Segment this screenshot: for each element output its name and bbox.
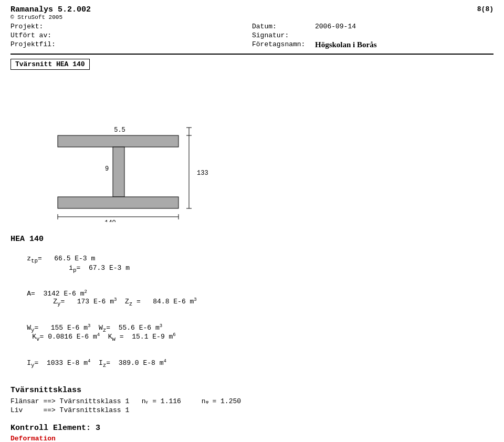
A-row: A= 3142 E-6 m2 Zy= 173 E-6 m3 Zz = 84.8 …	[10, 282, 494, 315]
svg-rect-1	[58, 135, 178, 147]
utfort-value	[74, 31, 252, 39]
Wy-row: Wy= 155 E-6 m3 Wz= 55.6 E-6 m3 Kv= 0.081…	[10, 316, 494, 350]
projekt-value	[74, 23, 252, 30]
svg-rect-2	[113, 147, 124, 197]
beam-diagram: 5.5 133 9 140	[26, 75, 226, 224]
flansar-row: Flänsar ==> Tvärsnittsklass 1 nᵧ = 1.116…	[10, 397, 494, 405]
projekt-label: Projekt:	[10, 23, 74, 30]
section-title: Tvärsnitt HEA 140	[10, 59, 90, 70]
deformation-label: Deformation	[10, 435, 494, 442]
svg-text:5.5: 5.5	[114, 127, 125, 134]
Kv-label: Kv= 0.0816 E-6 m4 Kw = 15.1 E-9 m6	[32, 333, 175, 341]
signatur-label: Signatur:	[252, 31, 315, 39]
foretagsnamn-value: Högskolan i Borås	[315, 40, 494, 49]
projektfil-value	[74, 40, 252, 49]
beam-type-label: HEA 140	[10, 235, 494, 244]
page-number: 8(8)	[477, 5, 494, 13]
svg-rect-3	[58, 197, 178, 208]
ztp-row: ztp= 66.5 E-3 m ip= 67.3 E-3 m	[10, 247, 494, 281]
utfort-label: Utfört av:	[10, 31, 74, 39]
tvarsnittsklass-heading: Tvärsnittsklass	[10, 386, 494, 395]
A-label: A= 3142 E-6 m2	[27, 290, 87, 298]
hea-section: HEA 140 ztp= 66.5 E-3 m ip= 67.3 E-3 m A…	[10, 235, 494, 376]
ztp-label: ztp= 66.5 E-3 m	[27, 255, 95, 262]
datum-value: 2006-09-14	[315, 23, 494, 30]
ip-label: ip= 67.3 E-3 m	[69, 264, 130, 272]
datum-label: Datum:	[252, 23, 315, 30]
cross-section-area: 5.5 133 9 140	[10, 75, 494, 224]
svg-text:133: 133	[197, 170, 208, 177]
kontroll-heading: Kontroll Element: 3	[10, 424, 494, 433]
svg-text:140: 140	[104, 219, 116, 222]
Wy-label: Wy= 155 E-6 m3 Wz= 55.6 E-6 m3	[27, 324, 162, 332]
liv-row: Liv ==> Tvärsnittsklass 1	[10, 406, 494, 414]
header-divider	[10, 54, 494, 55]
app-subtitle: © StruSoft 2005	[10, 14, 91, 20]
beam-svg: 5.5 133 9 140	[26, 75, 226, 222]
Iy-label: Iy= 1033 E-8 m4 Iz= 389.0 E-8 m4	[27, 359, 166, 367]
svg-text:9: 9	[105, 165, 109, 173]
projektfil-label: Projektfil:	[10, 40, 74, 49]
app-title: Ramanalys 5.2.002	[10, 5, 91, 14]
Iy-row: Iy= 1033 E-8 m4 Iz= 389.0 E-8 m4	[10, 351, 494, 376]
signatur-value	[315, 31, 494, 39]
Zy-label: Zy= 173 E-6 m3 Zz = 84.8 E-6 m3	[53, 298, 196, 306]
foretagsnamn-label: Företagsnamn:	[252, 40, 315, 49]
